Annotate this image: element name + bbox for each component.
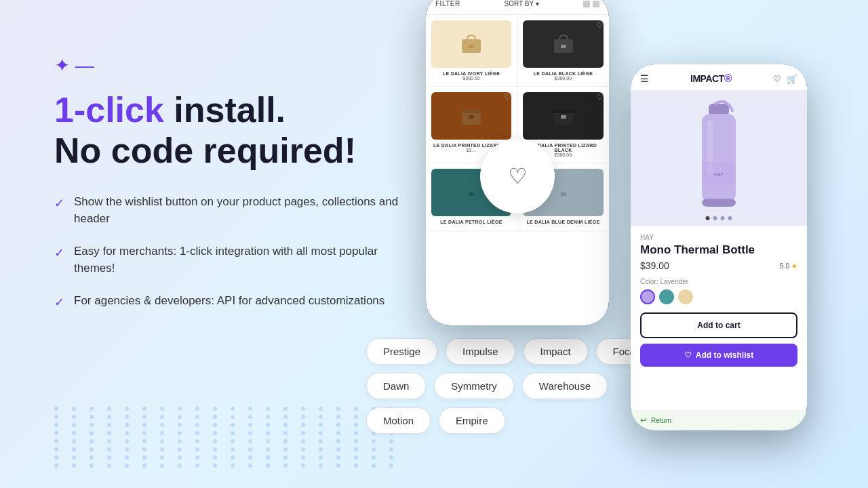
theme-tag-motion[interactable]: Motion <box>366 407 431 434</box>
price-row: $39.00 5.0 ★ <box>640 260 797 271</box>
theme-tag-impact[interactable]: Impact <box>524 338 588 365</box>
color-swatch-teal[interactable] <box>659 289 674 304</box>
left-section: ✦ — 1-click install.No code required! ✓ … <box>54 54 407 339</box>
brand-dot: ® <box>724 73 732 84</box>
carousel-dot-4[interactable] <box>728 216 732 220</box>
svg-rect-15 <box>702 114 736 202</box>
features-list: ✓ Show the wishlist button on your produ… <box>54 193 407 312</box>
svg-rect-3 <box>561 45 566 48</box>
magic-wand-icon: ✦ — <box>54 54 407 77</box>
product-brand: HAY <box>640 234 797 241</box>
brand-name: IMPACT® <box>690 73 732 85</box>
product-price-2: $380.00 <box>523 76 604 81</box>
product-name-1: LE DALIA IVORY LIÈGE <box>431 71 511 76</box>
product-price-1: $380.00 <box>431 76 511 81</box>
color-swatches <box>640 289 797 304</box>
wishlist-heart-1[interactable]: ♡ <box>504 20 511 30</box>
phone-right-screen: ☰ IMPACT® ♡ 🛒 <box>631 64 807 430</box>
svg-rect-8 <box>553 110 574 113</box>
feature-text-2: Easy for merchants: 1-click integration … <box>74 243 407 277</box>
feature-text-1: Show the wishlist button on your product… <box>74 193 407 228</box>
carousel-dot-1[interactable] <box>706 216 710 220</box>
cart-icon[interactable]: 🛒 <box>787 74 797 84</box>
svg-rect-11 <box>469 192 474 196</box>
color-swatch-lavender[interactable] <box>640 289 655 304</box>
check-icon: ✓ <box>54 195 64 213</box>
theme-tag-empire[interactable]: Empire <box>439 407 505 434</box>
bottle-svg: HAY <box>688 100 749 216</box>
color-section: Color: Lavender <box>640 278 797 304</box>
phone-left-screen: FILTER SORT BY ▾ ♡ <box>426 0 609 325</box>
check-icon: ✓ <box>54 244 64 262</box>
phone-left-header: FILTER SORT BY ▾ <box>426 0 609 15</box>
theme-tag-symmetry[interactable]: Symmetry <box>434 373 514 399</box>
bag-svg-6 <box>551 182 576 203</box>
theme-tag-prestige[interactable]: Prestige <box>366 338 437 365</box>
svg-rect-9 <box>561 115 566 119</box>
heart-icon-small: ♡ <box>684 350 692 360</box>
color-label: Color: Lavender <box>640 278 797 285</box>
wishlist-heart-6[interactable]: ♡ <box>596 169 604 178</box>
theme-tag-impulse[interactable]: Impulse <box>446 338 515 365</box>
headline: 1-click install.No code required! <box>54 90 407 171</box>
decorative-dots: const dotsArea = document.querySelector(… <box>54 407 326 461</box>
add-to-wishlist-button[interactable]: ♡ Add to wishlist <box>640 344 797 367</box>
product-cell-1: ♡ LE DALIA IVORY LIÈGE $380.00 <box>426 15 517 87</box>
svg-rect-17 <box>702 199 736 207</box>
return-icon: ↩ <box>640 415 647 425</box>
product-image-1 <box>431 20 511 68</box>
feature-item: ✓ Show the wishlist button on your produ… <box>54 193 407 228</box>
add-to-cart-button[interactable]: Add to cart <box>640 312 797 338</box>
svg-text:HAY: HAY <box>714 172 724 177</box>
product-cell-2: ♡ LE DALIA BLACK LIÈGE $380.00 <box>517 15 609 87</box>
product-image-area: HAY <box>631 90 807 226</box>
wishlist-heart-3[interactable]: ♡ <box>504 92 511 102</box>
svg-rect-6 <box>469 115 474 119</box>
product-rating: 5.0 ★ <box>780 262 797 270</box>
feature-item: ✓ Easy for merchants: 1-click integratio… <box>54 243 407 277</box>
carousel-dot-2[interactable] <box>713 216 717 220</box>
phone-left: FILTER SORT BY ▾ ♡ <box>426 0 609 325</box>
color-swatch-cream[interactable] <box>678 289 693 304</box>
wishlist-heart-large: ♡ <box>508 163 528 189</box>
theme-tag-dawn[interactable]: Dawn <box>366 373 426 399</box>
product-name-6: LE DALIA BLUE DENIM LIÈGE <box>523 220 604 224</box>
product-title: Mono Thermal Bottle <box>640 243 797 257</box>
return-area: ↩ Return <box>631 410 807 430</box>
check-icon: ✓ <box>54 293 64 312</box>
list-view-icon <box>583 1 590 7</box>
heart-icon[interactable]: ♡ <box>773 74 781 84</box>
product-image-2 <box>523 20 604 68</box>
return-text: Return <box>651 417 671 424</box>
theme-tag-warehouse[interactable]: Warehouse <box>522 373 608 399</box>
phone-right-header: ☰ IMPACT® ♡ 🛒 <box>631 64 807 90</box>
svg-rect-1 <box>469 45 474 48</box>
product-info: HAY Mono Thermal Bottle $39.00 5.0 ★ Col… <box>631 226 807 410</box>
sort-button[interactable]: SORT BY ▾ <box>505 0 540 7</box>
phone-right-icons: ♡ 🛒 <box>773 74 797 84</box>
product-price: $39.00 <box>640 260 669 271</box>
bag-svg-4 <box>551 106 576 126</box>
headline-line2: No code required! <box>54 131 356 170</box>
svg-rect-5 <box>460 110 482 113</box>
bag-svg-3 <box>459 106 484 126</box>
filter-button[interactable]: FILTER <box>435 0 460 7</box>
bag-svg-1 <box>459 34 484 54</box>
view-toggle[interactable] <box>583 1 599 7</box>
wishlist-heart-2[interactable]: ♡ <box>596 20 604 30</box>
theme-tags-container: Prestige Impulse Impact Focal Dawn Symme… <box>366 338 665 434</box>
carousel-dot-3[interactable] <box>721 216 725 220</box>
product-image-4 <box>523 92 604 140</box>
carousel-dots <box>706 216 732 220</box>
bag-svg-2 <box>551 34 576 54</box>
product-name-5: LE DALIA PETROL LIÈGE <box>431 220 511 224</box>
wishlist-circle-overlay[interactable]: ♡ <box>480 139 555 214</box>
product-name-2: LE DALIA BLACK LIÈGE <box>523 71 604 76</box>
feature-text-3: For agencies & developers: API for advan… <box>74 292 384 310</box>
wishlist-heart-4[interactable]: ♡ <box>596 92 604 102</box>
product-image-3 <box>431 92 511 140</box>
grid-view-icon <box>593 1 599 7</box>
star-icon: ★ <box>791 262 797 270</box>
hamburger-icon[interactable]: ☰ <box>640 73 649 84</box>
bag-svg-5 <box>459 182 484 203</box>
